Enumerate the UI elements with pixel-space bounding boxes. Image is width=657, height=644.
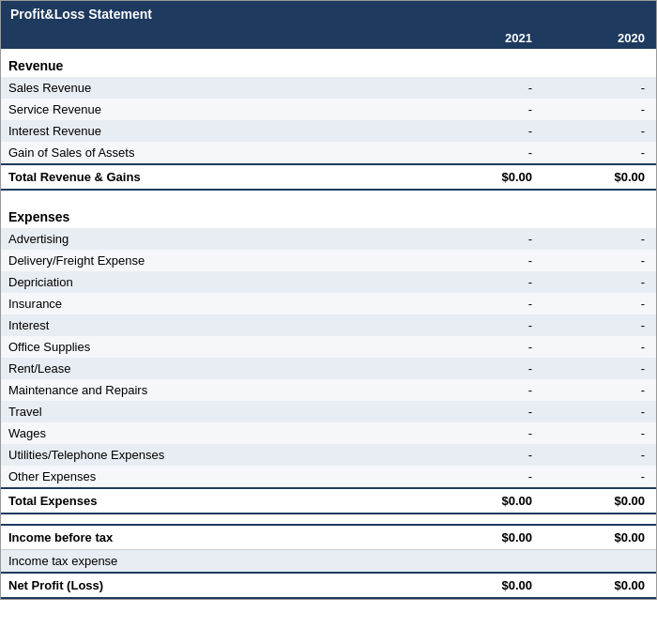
revenue-item-2020: - [543, 77, 656, 99]
expense-row: Office Supplies - - [1, 336, 656, 358]
total-expenses-label: Total Expenses [1, 489, 431, 513]
income-tax-2021 [431, 550, 543, 572]
revenue-item-2020: - [543, 142, 656, 163]
income-before-tax-label: Income before tax [1, 526, 431, 549]
revenue-item-label: Service Revenue [1, 99, 431, 120]
expense-item-2020: - [543, 314, 656, 336]
revenue-item-2020: - [543, 120, 656, 142]
revenue-row: Gain of Sales of Assets - - [1, 142, 656, 163]
expense-item-label: Travel [1, 401, 431, 422]
expenses-section-header: Expenses [1, 200, 656, 228]
expense-row: Delivery/Freight Expense - - [1, 250, 656, 271]
expense-item-label: Advertising [1, 228, 431, 250]
statement-header: Profit&Loss Statement [1, 1, 656, 27]
revenue-item-2020: - [543, 99, 656, 120]
expense-item-2021: - [431, 271, 543, 293]
total-revenue-label: Total Revenue & Gains [1, 165, 431, 189]
revenue-row: Service Revenue - - [1, 99, 656, 120]
expense-item-2020: - [543, 422, 656, 444]
expense-item-2020: - [543, 466, 656, 487]
expense-item-2021: - [431, 293, 543, 314]
revenue-row: Sales Revenue - - [1, 77, 656, 99]
profit-loss-statement: Profit&Loss Statement 2021 2020 Revenue … [0, 0, 657, 600]
income-tax-label: Income tax expense [1, 550, 431, 572]
total-revenue-2020: $0.00 [543, 165, 656, 189]
expense-row: Other Expenses - - [1, 466, 656, 487]
expense-row: Utilities/Telephone Expenses - - [1, 444, 656, 466]
net-profit-row: Net Profit (Loss) $0.00 $0.00 [1, 572, 656, 599]
expense-row: Advertising - - [1, 228, 656, 250]
statement-title: Profit&Loss Statement [10, 7, 152, 22]
income-before-tax-2020: $0.00 [543, 526, 656, 549]
revenue-item-label: Sales Revenue [1, 77, 431, 99]
expense-row: Maintenance and Repairs - - [1, 379, 656, 401]
expense-row: Wages - - [1, 422, 656, 444]
expense-item-2021: - [431, 466, 543, 487]
revenue-rows: Sales Revenue - - Service Revenue - - In… [1, 77, 656, 163]
expense-item-2020: - [543, 444, 656, 466]
income-before-tax-2021: $0.00 [431, 526, 543, 549]
expense-item-2020: - [543, 250, 656, 271]
col-label-spacer [1, 27, 431, 49]
spacer-1 [1, 191, 656, 200]
expense-item-2021: - [431, 336, 543, 358]
net-profit-label: Net Profit (Loss) [1, 574, 431, 597]
revenue-item-label: Interest Revenue [1, 120, 431, 142]
expense-item-2021: - [431, 379, 543, 401]
expense-item-2020: - [543, 293, 656, 314]
income-before-tax-row: Income before tax $0.00 $0.00 [1, 524, 656, 550]
expense-row: Insurance - - [1, 293, 656, 314]
expense-row: Rent/Lease - - [1, 358, 656, 379]
net-profit-2021: $0.00 [431, 574, 543, 597]
expense-item-2021: - [431, 358, 543, 379]
expense-rows: Advertising - - Delivery/Freight Expense… [1, 228, 656, 487]
expense-item-2021: - [431, 228, 543, 250]
revenue-row: Interest Revenue - - [1, 120, 656, 142]
expense-item-2020: - [543, 379, 656, 401]
expense-item-label: Maintenance and Repairs [1, 379, 431, 401]
expense-row: Travel - - [1, 401, 656, 422]
net-profit-2020: $0.00 [543, 574, 656, 597]
expense-item-2021: - [431, 444, 543, 466]
expense-item-2021: - [431, 422, 543, 444]
expense-item-2021: - [431, 401, 543, 422]
revenue-section-header: Revenue [1, 49, 656, 77]
expense-item-label: Insurance [1, 293, 431, 314]
expense-item-label: Wages [1, 422, 431, 444]
expense-item-label: Interest [1, 314, 431, 336]
expense-item-2020: - [543, 336, 656, 358]
income-tax-2020 [543, 550, 656, 572]
expense-item-2021: - [431, 250, 543, 271]
expense-item-2020: - [543, 358, 656, 379]
total-expenses-2021: $0.00 [431, 489, 543, 513]
column-headers: 2021 2020 [1, 27, 656, 49]
total-expenses-row: Total Expenses $0.00 $0.00 [1, 487, 656, 514]
revenue-item-2021: - [431, 77, 543, 99]
col-2021-header: 2021 [431, 27, 543, 49]
expense-item-label: Other Expenses [1, 466, 431, 487]
expense-item-2021: - [431, 314, 543, 336]
expense-item-2020: - [543, 401, 656, 422]
total-revenue-2021: $0.00 [431, 165, 543, 189]
spacer-2 [1, 514, 656, 524]
expense-item-label: Rent/Lease [1, 358, 431, 379]
expense-row: Interest - - [1, 314, 656, 336]
col-2020-header: 2020 [543, 27, 656, 49]
revenue-item-2021: - [431, 142, 543, 163]
expense-item-2020: - [543, 271, 656, 293]
expense-item-2020: - [543, 228, 656, 250]
revenue-item-2021: - [431, 120, 543, 142]
expense-item-label: Depriciation [1, 271, 431, 293]
expense-item-label: Office Supplies [1, 336, 431, 358]
revenue-item-label: Gain of Sales of Assets [1, 142, 431, 163]
revenue-item-2021: - [431, 99, 543, 120]
expense-item-label: Utilities/Telephone Expenses [1, 444, 431, 466]
total-expenses-2020: $0.00 [543, 489, 656, 513]
expense-item-label: Delivery/Freight Expense [1, 250, 431, 271]
income-tax-row: Income tax expense [1, 550, 656, 572]
expense-row: Depriciation - - [1, 271, 656, 293]
total-revenue-row: Total Revenue & Gains $0.00 $0.00 [1, 163, 656, 191]
